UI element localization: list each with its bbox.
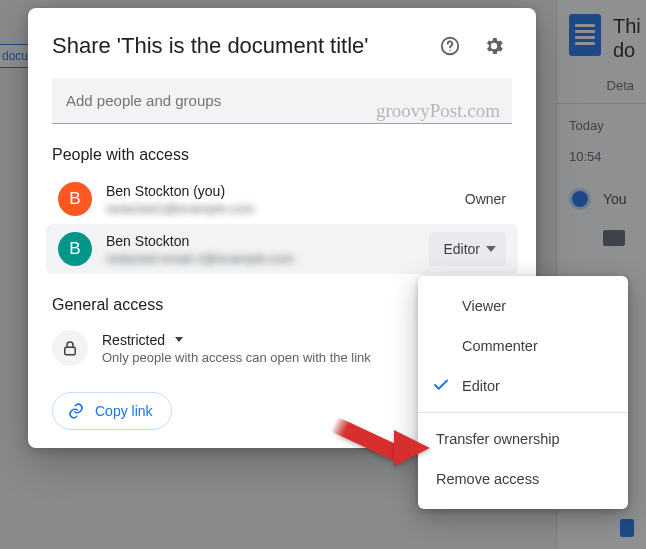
- gear-icon: [483, 35, 505, 57]
- person-name: Ben Stockton: [106, 232, 415, 250]
- role-option-commenter[interactable]: Commenter: [418, 326, 628, 366]
- general-access-dropdown[interactable]: Restricted: [102, 332, 371, 348]
- add-people-input[interactable]: [52, 78, 512, 124]
- link-icon: [67, 402, 85, 420]
- lock-icon: [61, 339, 79, 357]
- copy-link-button[interactable]: Copy link: [52, 392, 172, 430]
- restricted-label: Restricted: [102, 332, 165, 348]
- role-option-editor[interactable]: Editor: [418, 366, 628, 406]
- avatar: B: [58, 182, 92, 216]
- role-option-remove-access[interactable]: Remove access: [418, 459, 628, 499]
- chevron-down-icon: [175, 337, 183, 342]
- people-with-access-heading: People with access: [52, 146, 512, 164]
- menu-separator: [418, 412, 628, 413]
- help-button[interactable]: [432, 28, 468, 64]
- restricted-subtext: Only people with access can open with th…: [102, 350, 371, 365]
- person-email: redacted1@example.com: [106, 201, 451, 216]
- check-icon: [432, 376, 450, 397]
- person-name: Ben Stockton (you): [106, 182, 451, 200]
- role-dropdown-label: Editor: [443, 241, 480, 257]
- copy-link-label: Copy link: [95, 403, 153, 419]
- chevron-down-icon: [486, 246, 496, 252]
- role-option-viewer[interactable]: Viewer: [418, 286, 628, 326]
- svg-rect-2: [65, 347, 76, 355]
- svg-point-1: [449, 50, 450, 51]
- dialog-title: Share 'This is the document title': [52, 33, 424, 59]
- person-role-owner: Owner: [465, 191, 506, 207]
- person-row-owner: B Ben Stockton (you) redacted1@example.c…: [52, 174, 512, 224]
- lock-badge: [52, 330, 88, 366]
- help-icon: [439, 35, 461, 57]
- role-menu: Viewer Commenter Editor Transfer ownersh…: [418, 276, 628, 509]
- person-row-editor: B Ben Stockton redacted-email-2@example.…: [46, 224, 518, 274]
- avatar: B: [58, 232, 92, 266]
- role-dropdown-button[interactable]: Editor: [429, 232, 506, 266]
- role-option-transfer-ownership[interactable]: Transfer ownership: [418, 419, 628, 459]
- person-email: redacted-email-2@example.com: [106, 251, 415, 266]
- settings-button[interactable]: [476, 28, 512, 64]
